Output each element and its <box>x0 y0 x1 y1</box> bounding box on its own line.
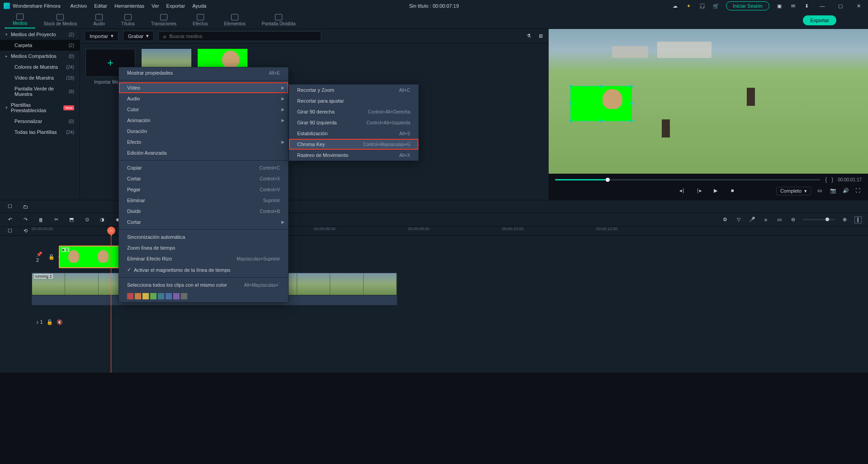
headphones-icon[interactable]: 🎧 <box>699 2 706 9</box>
project-icon[interactable]: ☐ <box>6 203 14 210</box>
resize-handle[interactable] <box>600 119 602 122</box>
download-icon[interactable]: ⬇ <box>803 2 810 9</box>
color-swatch[interactable] <box>135 293 141 299</box>
resize-handle[interactable] <box>600 85 602 88</box>
minimize-button[interactable]: — <box>816 3 828 9</box>
menu-item[interactable]: Selecciona todos los clips con el mismo … <box>119 279 288 290</box>
speed-icon[interactable]: ⊙ <box>83 216 90 223</box>
stop-button[interactable]: ■ <box>731 188 737 194</box>
submenu-item[interactable]: Girar 90 izquierdaControl+Alt+Izquierda <box>289 117 418 128</box>
zoom-thumb[interactable] <box>825 218 829 221</box>
sidebar-item-project-media[interactable]: ▾Medios del Proyecto(2) <box>0 29 80 40</box>
color-swatch[interactable] <box>181 293 187 299</box>
snap-icon[interactable]: ⟲ <box>22 227 29 235</box>
color-swatch[interactable] <box>166 293 172 299</box>
lock-icon[interactable]: 🔓 <box>47 319 53 325</box>
sidebar-item-carpeta[interactable]: Carpeta(2) <box>0 40 80 51</box>
sidebar-item-templates[interactable]: ▾Plantillas PreestablecidasNew <box>0 99 80 116</box>
menu-item[interactable]: CortarControl+X <box>119 173 288 184</box>
filter-icon[interactable]: ⚗ <box>525 33 532 40</box>
mark-in-icon[interactable]: { <box>825 176 827 183</box>
menu-editar[interactable]: Editar <box>94 3 107 9</box>
record-dropdown[interactable]: Grabar▾ <box>123 31 154 41</box>
audio-mixer-icon[interactable]: ≡ <box>762 216 769 223</box>
menu-item[interactable]: Mostrar propiedadesAlt+E <box>119 67 288 78</box>
menu-item[interactable]: ✓Activar el magnetismo de la línea de ti… <box>119 264 288 275</box>
quality-dropdown[interactable]: Completo▾ <box>776 187 811 195</box>
undo-icon[interactable]: ↶ <box>6 216 14 223</box>
zoom-slider[interactable] <box>803 219 835 220</box>
menu-item[interactable]: EliminarSuprimir <box>119 195 288 206</box>
mixer-icon[interactable]: ⚙ <box>721 216 729 223</box>
context-menu[interactable]: Mostrar propiedadesAlt+EVídeo▶Audio▶Colo… <box>119 67 289 303</box>
menu-item[interactable]: Efecto▶ <box>119 137 288 147</box>
delete-icon[interactable]: 🗑 <box>37 216 44 223</box>
tab-medios[interactable]: Medios <box>5 12 35 28</box>
sidebar-item-sample-video[interactable]: Vídeo de Muestra(18) <box>0 72 80 83</box>
tab-titulos[interactable]: Títulos <box>113 12 143 28</box>
color-icon[interactable]: ◑ <box>99 216 106 223</box>
menu-item[interactable]: Animación▶ <box>119 115 288 126</box>
maximize-button[interactable]: ▢ <box>835 3 846 9</box>
submenu-item[interactable]: Recortar y ZoomAlt+C <box>289 85 418 95</box>
menu-ayuda[interactable]: Ayuda <box>192 3 206 9</box>
color-swatch[interactable] <box>158 293 164 299</box>
tab-split-screen[interactable]: Pantalla Dividida <box>254 12 304 28</box>
sidebar-item-green-screen[interactable]: Pantalla Verde de Muestra(9) <box>0 83 80 99</box>
color-swatch[interactable] <box>142 293 149 299</box>
sparkle-icon[interactable]: ✦ <box>685 2 693 9</box>
resize-handle[interactable] <box>630 102 633 105</box>
fullscreen-icon[interactable]: ⛶ <box>855 188 862 194</box>
resize-handle[interactable] <box>630 119 633 122</box>
play-button[interactable]: ▶ <box>714 188 720 194</box>
render-icon[interactable]: ▭ <box>776 216 783 223</box>
menu-item[interactable]: CopiarControl+C <box>119 162 288 173</box>
import-dropdown[interactable]: Importar▾ <box>85 31 119 41</box>
tab-stock[interactable]: Stock de Medios <box>35 12 85 28</box>
zoom-in-icon[interactable]: ⊕ <box>841 216 848 223</box>
sidebar-item-all-templates[interactable]: Todas las Plantillas(24) <box>0 127 80 137</box>
tab-transiciones[interactable]: Transiciones <box>143 12 185 28</box>
next-frame-button[interactable]: ∣▸ <box>697 188 703 194</box>
zoom-out-icon[interactable]: ⊖ <box>789 216 797 223</box>
sidebar-item-shared-media[interactable]: ▸Medios Compartidos(0) <box>0 51 80 62</box>
menu-item[interactable]: Zoom línea de tiempo <box>119 242 288 253</box>
resize-handle[interactable] <box>569 119 572 122</box>
export-button[interactable]: Exportar <box>803 15 836 25</box>
tab-audio[interactable]: Audio <box>85 12 113 28</box>
submenu-item[interactable]: Girar 90 derechaControl+Alt+Derecha <box>289 106 418 117</box>
context-submenu-video[interactable]: Recortar y ZoomAlt+CRecortar para ajusta… <box>289 84 419 161</box>
resize-handle[interactable] <box>569 102 572 105</box>
menu-archivo[interactable]: Archivo <box>71 3 87 9</box>
mute-icon[interactable]: 🔇 <box>57 319 63 325</box>
color-swatch[interactable] <box>127 293 133 299</box>
mail-icon[interactable]: ✉ <box>789 2 797 9</box>
menu-item[interactable]: Vídeo▶ <box>119 82 288 93</box>
playhead-head[interactable]: ✂ <box>107 227 115 235</box>
menu-item[interactable]: Eliminar Efecto RizoMayúsculas+Suprimir <box>119 253 288 264</box>
timeline-settings-icon[interactable]: ☐ <box>6 227 14 235</box>
progress-thumb[interactable] <box>606 178 610 182</box>
volume-icon[interactable]: 🔊 <box>843 188 849 194</box>
tab-efectos[interactable]: Efectos <box>185 12 216 28</box>
split-icon[interactable]: ✂ <box>52 216 60 223</box>
menu-ver[interactable]: Ver <box>152 3 159 9</box>
crop-icon[interactable]: ⬒ <box>68 216 75 223</box>
save-icon[interactable]: ▣ <box>776 2 783 9</box>
resize-handle[interactable] <box>569 85 572 88</box>
progress-bar[interactable] <box>555 179 821 180</box>
menu-item[interactable]: Cortar▶ <box>119 217 288 227</box>
lock-icon[interactable]: 🔓 <box>48 254 55 260</box>
grid-view-icon[interactable]: ⊞ <box>537 33 544 40</box>
sidebar-item-sample-colors[interactable]: Colores de Muestra(24) <box>0 62 80 72</box>
search-box[interactable]: ⌕ <box>158 31 321 41</box>
preview-video[interactable] <box>549 29 868 174</box>
menu-item[interactable]: Color▶ <box>119 104 288 115</box>
redo-icon[interactable]: ↷ <box>22 216 29 223</box>
playhead[interactable] <box>111 236 111 373</box>
voiceover-icon[interactable]: 🎤 <box>749 216 756 223</box>
overlay-selection[interactable] <box>570 86 632 121</box>
submenu-item[interactable]: Recortar para ajustar <box>289 95 418 106</box>
menu-exportar[interactable]: Exportar <box>166 3 185 9</box>
marker-icon[interactable]: ▽ <box>735 216 742 223</box>
